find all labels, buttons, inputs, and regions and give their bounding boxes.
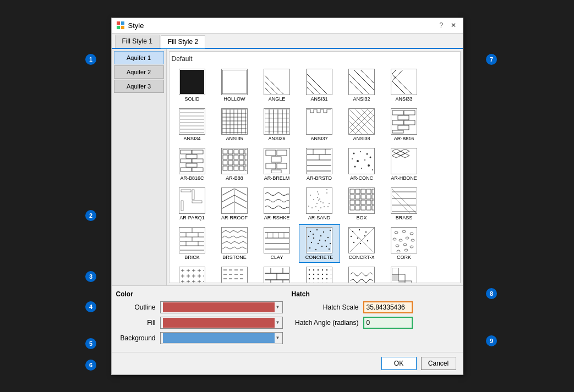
hatch-item-brick[interactable]: BRICK (172, 224, 213, 263)
hatch-item-ar-parq1[interactable]: AR-PARQ1 (172, 185, 213, 223)
hatch-item-ar-rshke[interactable]: AR-RSHKE (256, 185, 298, 223)
color-section: Color Outline ▼ Fill ▼ (116, 290, 283, 347)
hatch-label: ANSI32 (353, 96, 370, 102)
hatch-item-clay[interactable]: CLAY (256, 224, 298, 263)
tab-fill-style-2[interactable]: Fill Style 2 (161, 35, 205, 48)
hatch-item-ar-b88[interactable]: AR-B88 (214, 145, 255, 184)
hatch-item-ar-brstd[interactable]: AR-BRSTD (299, 145, 340, 184)
ok-button[interactable]: OK (381, 357, 417, 370)
svg-point-120 (353, 152, 355, 154)
help-button[interactable]: ? (436, 20, 446, 30)
hatch-item-ansi33[interactable]: ANSI33 (384, 66, 425, 104)
hatch-item-ar-b816c[interactable]: AR-B816C (172, 145, 213, 184)
svg-rect-4 (180, 70, 204, 94)
svg-point-129 (368, 164, 370, 167)
svg-point-240 (360, 242, 361, 244)
hatch-preview (179, 108, 205, 135)
hatch-item-ar-sand[interactable]: AR-SAND (299, 185, 340, 223)
hatch-angle-input[interactable] (363, 317, 413, 329)
hatch-preview (348, 69, 375, 95)
hatch-label: AR-B88 (226, 175, 243, 181)
svg-point-142 (313, 199, 314, 200)
svg-point-306 (318, 273, 319, 274)
svg-rect-1 (121, 21, 124, 25)
svg-point-216 (308, 235, 309, 236)
hatch-item-cross[interactable]: CROSS (172, 264, 213, 283)
hatch-item-box[interactable]: BOX (341, 185, 382, 223)
svg-point-220 (311, 241, 312, 242)
svg-rect-6 (265, 70, 289, 94)
hatch-item-concrt-x[interactable]: CONCRT-X (341, 224, 382, 263)
layer-aquifer-1[interactable]: Aquifer 1 (114, 51, 164, 64)
bottom-panel: Color Outline ▼ Fill ▼ (112, 285, 463, 352)
tab-fill-style-1[interactable]: Fill Style 1 (115, 35, 160, 48)
layer-aquifer-3[interactable]: Aquifer 3 (114, 80, 164, 93)
hatch-preview (221, 148, 248, 174)
hatch-scale-input[interactable] (363, 301, 413, 313)
background-color-picker[interactable]: ▼ (160, 332, 283, 344)
hatch-item-concrete[interactable]: CONCRETE (299, 224, 340, 263)
hatch-item-escher[interactable]: ESCHER (384, 264, 425, 283)
hatch-item-ar-rroof[interactable]: AR-RROOF (214, 185, 255, 223)
hatch-preview (179, 148, 205, 174)
hatch-item-dash[interactable]: DASH (214, 264, 255, 283)
hatch-item-ansi31[interactable]: ANSI31 (299, 66, 340, 104)
close-button[interactable]: ✕ (449, 20, 458, 30)
hatch-item-solid[interactable]: SOLID (172, 66, 213, 104)
hatch-label: AR-HBONE (391, 175, 417, 181)
hatch-item-ansi38[interactable]: ANSI38 (341, 106, 382, 144)
style-dialog: Style ? ✕ Fill Style 1 Fill Style 2 Aqui… (111, 18, 463, 375)
hatch-item-ansi34[interactable]: ANSI34 (172, 106, 213, 144)
hatch-item-ansi37[interactable]: ANSI37 (299, 106, 340, 144)
svg-point-236 (351, 235, 352, 236)
hatch-item-ansi36[interactable]: ANSI36 (256, 106, 298, 144)
svg-rect-49 (265, 109, 289, 134)
hatch-preview (179, 227, 205, 253)
svg-point-225 (315, 249, 316, 250)
layer-aquifer-2[interactable]: Aquifer 2 (114, 65, 164, 79)
hatch-item-ar-brelm[interactable]: AR-BRELM (256, 145, 298, 184)
hatch-label: CONCRETE (305, 255, 334, 260)
hatch-item-brass[interactable]: BRASS (384, 185, 425, 223)
hatch-label: ANSI36 (268, 136, 285, 141)
content-area: Aquifer 1 Aquifer 2 Aquifer 3 Default SO… (112, 49, 463, 285)
svg-point-127 (354, 165, 356, 167)
cancel-button[interactable]: Cancel (421, 357, 456, 370)
outline-color-picker[interactable]: ▼ (160, 301, 283, 313)
hatch-item-hollow[interactable]: HOLLOW (214, 66, 255, 104)
svg-point-153 (326, 192, 327, 194)
hatch-preview (221, 187, 248, 214)
hatch-item-ansi32[interactable]: ANSI32 (341, 66, 382, 104)
hatch-item-dots[interactable]: DOTS (299, 264, 340, 283)
hatch-item-brstone[interactable]: BRSTONE (214, 224, 255, 263)
svg-point-294 (309, 273, 310, 274)
hatch-preview (391, 108, 417, 135)
hatch-item-ar-b816[interactable]: AR-B816 (384, 106, 425, 144)
annotation-7: 7 (486, 54, 497, 65)
annotation-2: 2 (85, 210, 96, 221)
hatch-item-cork[interactable]: CORK (384, 224, 425, 263)
svg-point-223 (330, 242, 331, 244)
svg-point-235 (365, 231, 367, 232)
svg-point-313 (322, 278, 323, 279)
svg-point-241 (367, 240, 368, 241)
hatch-label: CLAY (271, 255, 283, 260)
fill-color-picker[interactable]: ▼ (160, 317, 283, 329)
svg-point-295 (309, 278, 310, 279)
annotation-1: 1 (85, 54, 96, 65)
hatch-preview (391, 267, 417, 283)
hatch-item-dolmit[interactable]: DOLMIT (256, 264, 298, 283)
hatch-label: HOLLOW (223, 96, 245, 102)
svg-rect-20 (392, 70, 416, 94)
hatch-grid-container[interactable]: Default SOLID HOLLOW ANGLE (169, 51, 461, 283)
hatch-preview (348, 187, 375, 214)
svg-rect-25 (180, 109, 204, 134)
hatch-preview (264, 148, 290, 174)
svg-rect-15 (349, 70, 374, 94)
hatch-item-angle[interactable]: ANGLE (256, 66, 298, 104)
hatch-item-ar-conc[interactable]: AR-CONC (341, 145, 382, 184)
hatch-item-ar-hbone[interactable]: AR-HBONE (384, 145, 425, 184)
svg-rect-5 (222, 70, 247, 94)
hatch-item-earth[interactable]: EARTH (341, 264, 382, 283)
hatch-item-ansi35[interactable]: ANSI35 (214, 106, 255, 144)
